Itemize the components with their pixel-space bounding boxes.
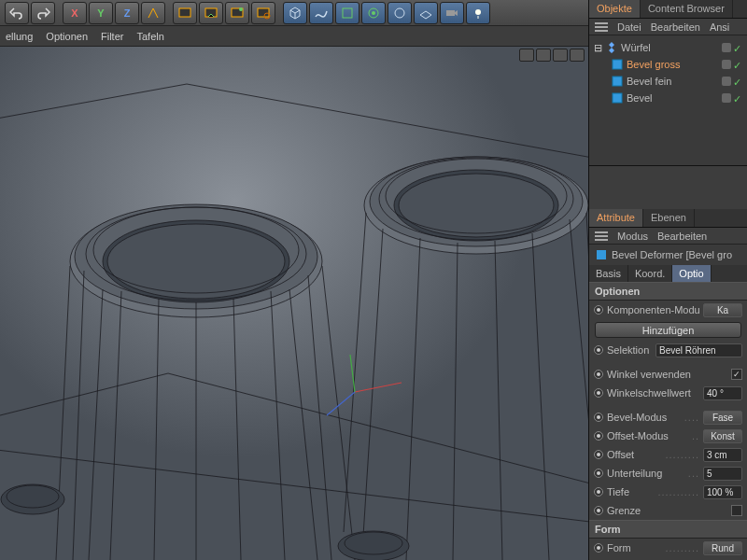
prop-value[interactable]: 3 cm [703,448,742,462]
radio-icon[interactable] [594,487,603,497]
prop-limit: Grenze [589,501,747,520]
group-options: Optionen [589,282,747,301]
deformer-icon [611,58,624,71]
tree-label: Bevel [627,92,721,104]
checkbox[interactable] [731,505,742,516]
object-tree[interactable]: ⊟ Würfel ✓ Bevel gross ✓ Bevel fein ✓ Be… [589,35,747,166]
deformer-icon [611,75,624,88]
radio-icon[interactable] [594,431,603,441]
enable-check-icon[interactable]: ✓ [733,60,742,69]
prop-bevel-mode: Bevel-Modus.... Fase [589,408,747,427]
prop-use-angle: Winkel verwenden ✓ [589,365,747,384]
visibility-dot[interactable] [722,77,731,86]
collapse-icon[interactable]: ⊟ [593,42,602,54]
add-button[interactable]: Hinzufügen [595,322,741,338]
enable-check-icon[interactable]: ✓ [733,93,742,103]
prop-value[interactable]: 5 [703,467,742,481]
svg-point-8 [372,11,375,15]
svg-rect-0 [179,8,190,17]
axis-y-button[interactable]: Y [89,2,113,24]
svg-point-16 [107,224,285,299]
tab-koord[interactable]: Koord. [628,265,672,282]
enable-check-icon[interactable]: ✓ [733,77,742,86]
tab-objects[interactable]: Objekte [589,0,641,18]
tab-layers[interactable]: Ebenen [643,209,695,227]
deformer-button[interactable] [361,2,386,24]
svg-point-22 [399,174,554,237]
visibility-dot[interactable] [722,43,731,52]
menu-item[interactable]: Optionen [46,31,88,42]
prop-dropdown[interactable]: Ka [703,303,742,317]
prop-value[interactable]: Bevel Röhren [655,343,742,357]
tab-attributes[interactable]: Attribute [589,209,643,227]
environment-button[interactable] [388,2,412,24]
render-pv-button[interactable] [225,2,249,24]
render-region-button[interactable] [199,2,223,24]
prop-subdivision: Unterteilung... 5 [589,464,747,483]
radio-icon[interactable] [594,305,603,315]
vp-nav-icon[interactable] [553,49,568,62]
render-settings-button[interactable] [251,2,275,24]
tab-basis[interactable]: Basis [589,265,628,282]
axis-x-button[interactable]: X [63,2,87,24]
svg-rect-4 [258,8,269,17]
radio-icon[interactable] [594,543,603,553]
menu-item[interactable]: ellung [6,31,33,42]
vp-nav-icon[interactable] [536,49,551,62]
burger-icon[interactable] [595,231,608,241]
right-panel: Objekte Content Browser Datei Bearbeiten… [588,0,747,560]
undo-button[interactable] [5,2,29,24]
radio-icon[interactable] [594,370,603,379]
prop-dropdown[interactable]: Rund [703,541,742,555]
camera-button[interactable] [440,2,464,24]
prop-value[interactable]: 100 % [703,485,742,499]
tab-content-browser[interactable]: Content Browser [641,0,733,18]
menu-mode[interactable]: Modus [617,231,648,242]
light-button[interactable] [466,2,490,24]
radio-icon[interactable] [594,345,603,355]
menu-item[interactable]: Filter [101,31,123,42]
floor-button[interactable] [414,2,438,24]
checkbox[interactable]: ✓ [731,369,742,380]
visibility-dot[interactable] [722,93,731,103]
enable-check-icon[interactable]: ✓ [733,43,742,52]
tree-row[interactable]: Bevel ✓ [591,90,745,106]
spline-button[interactable] [309,2,333,24]
menu-edit[interactable]: Bearbeiten [651,21,700,33]
render-button[interactable] [173,2,197,24]
attribute-title-text: Bevel Deformer [Bevel gro [612,249,732,260]
vp-nav-icon[interactable] [519,49,534,62]
menu-item[interactable]: Tafeln [136,31,163,42]
primitive-cube-button[interactable] [283,2,307,24]
svg-rect-32 [597,250,606,259]
tree-row[interactable]: Bevel fein ✓ [591,73,745,90]
tree-row[interactable]: Bevel gross ✓ [591,56,745,73]
radio-icon[interactable] [594,469,603,478]
prop-label: Komponenten-Modus [607,304,699,315]
tree-root-row[interactable]: ⊟ Würfel ✓ [591,39,745,56]
vp-nav-icon[interactable] [570,49,585,62]
radio-icon[interactable] [594,388,603,398]
menu-view[interactable]: Ansi [710,21,729,33]
tab-option[interactable]: Optio [672,265,711,282]
generator-button[interactable] [335,2,359,24]
prop-dropdown[interactable]: Konst [703,429,742,443]
deformer-icon [611,91,624,105]
menu-file[interactable]: Datei [617,21,641,33]
objects-panel-menu: Datei Bearbeiten Ansi [589,19,747,35]
prop-value[interactable]: 40 ° [703,386,742,400]
svg-point-9 [395,8,404,18]
menu-edit[interactable]: Bearbeiten [657,231,707,242]
redo-button[interactable] [31,2,55,24]
visibility-dot[interactable] [722,60,731,69]
svg-point-25 [1,484,64,514]
svg-rect-12 [0,47,588,560]
coord-system-button[interactable] [141,2,165,24]
burger-icon[interactable] [595,22,608,32]
axis-z-button[interactable]: Z [115,2,139,24]
radio-icon[interactable] [594,450,603,459]
radio-icon[interactable] [594,506,603,515]
radio-icon[interactable] [594,413,603,422]
prop-dropdown[interactable]: Fase [703,411,742,425]
3d-viewport[interactable] [0,47,588,560]
